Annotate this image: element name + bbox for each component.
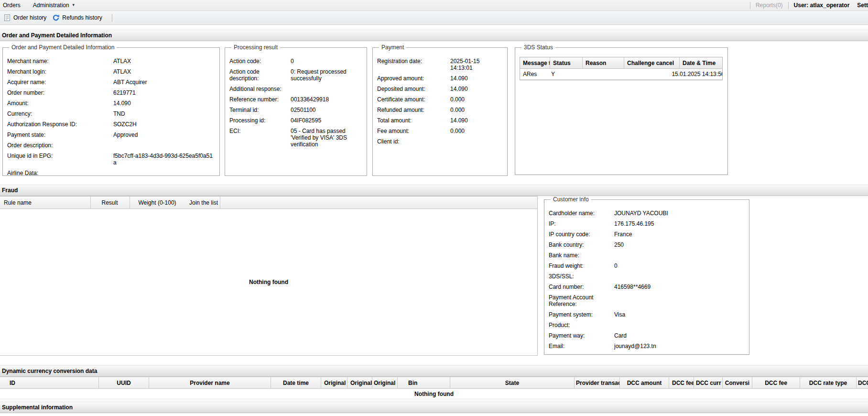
field-value: jounayd@123.tn bbox=[614, 343, 745, 350]
field-value bbox=[450, 138, 503, 145]
field-row: Processing id: 04IF082595 bbox=[229, 117, 362, 124]
field-label: IP country code: bbox=[549, 231, 614, 238]
order-history-button[interactable]: Order history bbox=[1, 12, 50, 23]
column-header: Date & Time bbox=[680, 57, 717, 68]
field-label: Processing id: bbox=[229, 117, 291, 124]
refunds-history-button[interactable]: Refunds history bbox=[50, 12, 106, 23]
field-value bbox=[614, 252, 745, 259]
field-label: Certificate amount: bbox=[377, 96, 450, 103]
field-value: ABT Acquirer bbox=[113, 79, 215, 86]
order-info-rows: Merchant name: ATLAX Merchant login: ATL… bbox=[7, 58, 215, 176]
processing-result-fieldset: Processing result Action code: 0 Action … bbox=[225, 44, 367, 176]
column-header: Provider name bbox=[149, 377, 271, 388]
field-row: Certificate amount: 0.000 bbox=[377, 96, 503, 103]
field-value: f5bc7cff-a183-4d3d-993d-625ea5f0a51a bbox=[113, 153, 215, 166]
threeds-table: Message type Status Reason Challenge can… bbox=[520, 57, 723, 80]
column-header: DCC amount bbox=[620, 377, 669, 388]
field-row: Fraud weight: 0 bbox=[549, 263, 745, 269]
menu-reports[interactable]: Reports(0) bbox=[756, 2, 783, 9]
field-value: 2025-01-15 14:13:01 bbox=[450, 58, 503, 71]
field-label: Additional response: bbox=[229, 86, 291, 92]
field-row: Deposited amount: 14.090 bbox=[377, 86, 503, 92]
field-value bbox=[614, 273, 745, 280]
column-header: Original f bbox=[347, 377, 372, 388]
column-header: Challenge cancel bbox=[624, 57, 680, 68]
column-header: ID bbox=[0, 377, 99, 388]
field-value: 04IF082595 bbox=[291, 117, 362, 124]
field-label: Amount: bbox=[7, 100, 113, 107]
field-value: 0.000 bbox=[450, 128, 503, 134]
customer-info-legend: Customer info bbox=[551, 196, 591, 203]
field-value: 0 bbox=[291, 58, 362, 65]
field-label: Authorization Response ID: bbox=[7, 121, 113, 128]
field-row: Currency: TND bbox=[7, 110, 215, 117]
column-header: Original c bbox=[372, 377, 398, 388]
table-cell bbox=[618, 69, 669, 79]
field-value: 14.090 bbox=[450, 117, 503, 124]
field-value: 001336429918 bbox=[291, 96, 362, 103]
field-value: Visa bbox=[614, 311, 745, 318]
section-title: Fraud bbox=[2, 187, 18, 194]
toolbar: Order history Refunds history bbox=[0, 11, 868, 25]
table-cell: ARes bbox=[520, 69, 548, 79]
field-row: Order description: bbox=[7, 142, 215, 149]
field-label: Bank country: bbox=[549, 241, 614, 248]
field-label: Bank name: bbox=[549, 252, 614, 259]
field-label: Merchant login: bbox=[7, 68, 113, 75]
menu-right: Reports(0) User: atlax_operator Sett bbox=[745, 0, 868, 11]
menu-administration-label: Administration bbox=[33, 2, 69, 9]
order-info-fieldset: Order and Payment Detailed Information M… bbox=[2, 44, 220, 176]
column-header: Conversi bbox=[723, 377, 752, 388]
field-value: Approved bbox=[113, 131, 215, 138]
processing-result-legend: Processing result bbox=[231, 44, 280, 51]
field-value bbox=[614, 294, 745, 307]
field-value: 176.175.46.195 bbox=[614, 220, 745, 227]
field-value: 14.090 bbox=[113, 100, 215, 107]
section-title: Supplemental information bbox=[2, 404, 73, 411]
field-label: Deposited amount: bbox=[377, 86, 450, 92]
field-label: Product: bbox=[549, 322, 614, 328]
field-row: Payment way: Card bbox=[549, 332, 745, 339]
section-header-fraud: Fraud bbox=[0, 185, 868, 196]
field-label: Total amount: bbox=[377, 117, 450, 124]
field-label: Refunded amount: bbox=[377, 107, 450, 113]
column-header: Status bbox=[550, 57, 583, 68]
menu-orders[interactable]: Orders bbox=[0, 0, 27, 11]
menu-administration[interactable]: Administration ▼ bbox=[27, 0, 82, 11]
field-row: Unique id in EPG: f5bc7cff-a183-4d3d-993… bbox=[7, 153, 215, 166]
field-row: Merchant name: ATLAX bbox=[7, 58, 215, 65]
field-row: Merchant login: ATLAX bbox=[7, 68, 215, 75]
field-label: Cardholder name: bbox=[549, 210, 614, 217]
menu-divider bbox=[788, 2, 789, 9]
field-label: 3DS/SSL: bbox=[549, 273, 614, 280]
order-history-icon bbox=[3, 14, 11, 22]
field-value: ATLAX bbox=[113, 68, 215, 75]
field-value: 0 bbox=[614, 263, 745, 269]
section-header-dcc: Dynamic currency conversion data bbox=[0, 365, 868, 377]
field-value: 0.000 bbox=[450, 96, 503, 103]
field-row: Order number: 6219771 bbox=[7, 89, 215, 96]
column-header: DCC fee amount bbox=[669, 377, 694, 388]
field-label: Registration date: bbox=[377, 58, 450, 71]
field-label: Payment way: bbox=[549, 332, 614, 339]
menu-settings[interactable]: Sett bbox=[857, 2, 868, 9]
field-value: 6219771 bbox=[113, 89, 215, 96]
field-label: Currency: bbox=[7, 110, 113, 117]
column-header: Reason bbox=[583, 57, 624, 68]
field-label: Action code description: bbox=[229, 68, 291, 82]
field-label: Fraud weight: bbox=[549, 263, 614, 269]
column-header: DCC curr bbox=[694, 377, 723, 388]
field-label: Card number: bbox=[549, 284, 614, 290]
payment-fieldset: Payment Registration date: 2025-01-15 14… bbox=[372, 44, 508, 176]
empty-state: Nothing found bbox=[414, 391, 454, 397]
field-row: IP country code: France bbox=[549, 231, 745, 238]
field-label: Approved amount: bbox=[377, 75, 450, 82]
field-value: ATLAX bbox=[113, 58, 215, 65]
field-row: Bank name: bbox=[549, 252, 745, 259]
field-label: Fee amount: bbox=[377, 128, 450, 134]
field-value bbox=[614, 322, 745, 328]
field-label: ECI: bbox=[229, 128, 291, 148]
field-row: Authorization Response ID: SOZC2H bbox=[7, 121, 215, 128]
user-label: User: atlax_operator bbox=[794, 2, 850, 9]
field-value: Card bbox=[614, 332, 745, 339]
